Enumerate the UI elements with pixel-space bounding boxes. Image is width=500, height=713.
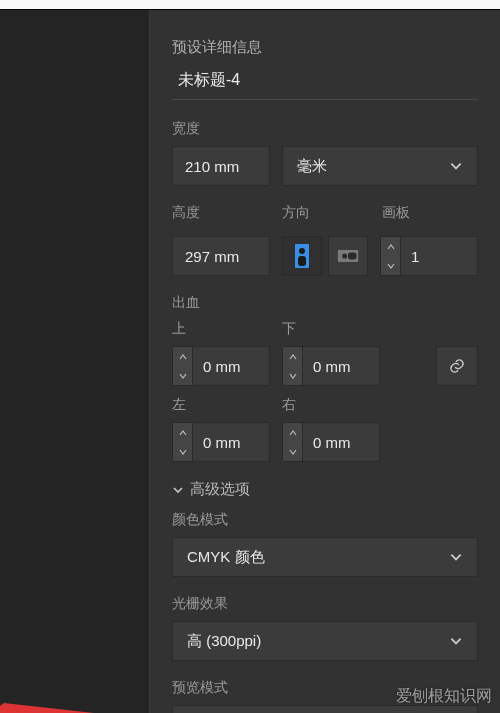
raster-effects-dropdown[interactable]: 高 (300ppi): [172, 621, 478, 661]
width-value: 210 mm: [185, 158, 239, 175]
unit-selected: 毫米: [297, 157, 327, 176]
window-top-strip: [0, 0, 500, 10]
chevron-down-icon: [449, 550, 463, 564]
stepper-up-icon[interactable]: [283, 347, 302, 366]
stepper-up-icon[interactable]: [173, 423, 192, 442]
color-mode-value: CMYK 颜色: [187, 548, 265, 567]
orientation-landscape-button[interactable]: [328, 236, 368, 276]
bleed-right-input[interactable]: 0 mm: [282, 422, 380, 462]
artboards-down-button[interactable]: [381, 256, 400, 275]
svg-point-4: [342, 253, 347, 258]
bleed-link-button[interactable]: [436, 346, 478, 386]
chevron-down-icon: [449, 634, 463, 648]
chevron-down-icon: [449, 159, 463, 173]
panel-title: 预设详细信息: [172, 38, 478, 57]
artboards-label: 画板: [382, 204, 478, 222]
preview-mode-label: 预览模式: [172, 679, 478, 697]
advanced-options-label: 高级选项: [190, 480, 250, 499]
orientation-label: 方向: [282, 204, 370, 222]
bleed-top-label: 上: [172, 320, 270, 338]
width-input[interactable]: 210 mm: [172, 146, 270, 186]
bleed-section-label: 出血: [172, 294, 478, 312]
preview-mode-dropdown[interactable]: 默认值: [172, 705, 478, 713]
stepper-up-icon[interactable]: [283, 423, 302, 442]
bleed-left-label: 左: [172, 396, 270, 414]
chevron-down-icon: [172, 484, 184, 496]
bleed-top-value: 0 mm: [193, 358, 251, 375]
svg-point-1: [299, 248, 305, 254]
artboards-value: 1: [401, 248, 429, 265]
width-label: 宽度: [172, 120, 478, 138]
color-mode-label: 颜色模式: [172, 511, 478, 529]
bleed-right-label: 右: [282, 396, 380, 414]
height-value: 297 mm: [185, 248, 239, 265]
stepper-down-icon[interactable]: [173, 366, 192, 385]
bleed-left-value: 0 mm: [193, 434, 251, 451]
stepper-up-icon[interactable]: [173, 347, 192, 366]
raster-effects-value: 高 (300ppi): [187, 632, 261, 651]
artboards-up-button[interactable]: [381, 237, 400, 256]
stepper-down-icon[interactable]: [283, 366, 302, 385]
artboards-stepper[interactable]: 1: [380, 236, 478, 276]
height-input[interactable]: 297 mm: [172, 236, 270, 276]
preset-details-panel: 预设详细信息 宽度 210 mm 毫米 高度 方向 画板: [150, 10, 500, 713]
bleed-bottom-value: 0 mm: [303, 358, 361, 375]
document-title-input[interactable]: [172, 67, 478, 100]
annotation-arrow: [0, 703, 94, 713]
unit-dropdown[interactable]: 毫米: [282, 146, 478, 186]
bleed-bottom-label: 下: [282, 320, 380, 338]
orientation-portrait-button[interactable]: [282, 236, 322, 276]
svg-rect-2: [298, 256, 306, 266]
color-mode-dropdown[interactable]: CMYK 颜色: [172, 537, 478, 577]
raster-effects-label: 光栅效果: [172, 595, 478, 613]
stepper-down-icon[interactable]: [173, 442, 192, 461]
left-sidebar: [0, 10, 150, 713]
bleed-top-input[interactable]: 0 mm: [172, 346, 270, 386]
stepper-down-icon[interactable]: [283, 442, 302, 461]
height-label: 高度: [172, 204, 270, 222]
bleed-bottom-input[interactable]: 0 mm: [282, 346, 380, 386]
svg-rect-5: [348, 253, 356, 260]
bleed-right-value: 0 mm: [303, 434, 361, 451]
advanced-options-toggle[interactable]: 高级选项: [172, 480, 478, 499]
bleed-left-input[interactable]: 0 mm: [172, 422, 270, 462]
